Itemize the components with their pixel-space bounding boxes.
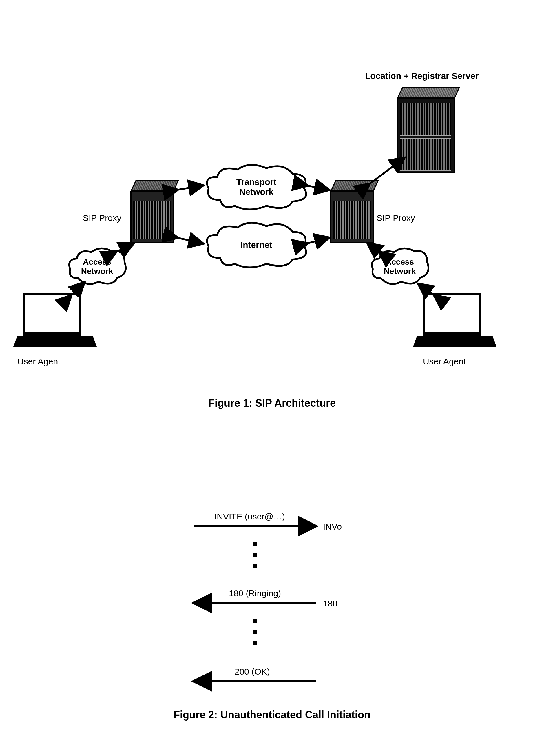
msg-180-text: 180 (Ringing) — [229, 588, 281, 598]
figure2-arrows — [0, 0, 544, 756]
figure2-caption: Figure 2: Unauthenticated Call Initiatio… — [0, 709, 544, 721]
msg-200-text: 200 (OK) — [235, 667, 270, 677]
dots-1 — [252, 535, 258, 575]
figure2-caption-title: Unauthenticated Call Initiation — [221, 709, 370, 721]
figure2-caption-prefix: Figure 2: — [174, 709, 218, 721]
msg-180-side: 180 — [323, 599, 337, 608]
dots-2 — [252, 612, 258, 652]
msg-invite-side: INVo — [323, 522, 342, 532]
msg-invite-text: INVITE (user@…) — [214, 512, 285, 521]
